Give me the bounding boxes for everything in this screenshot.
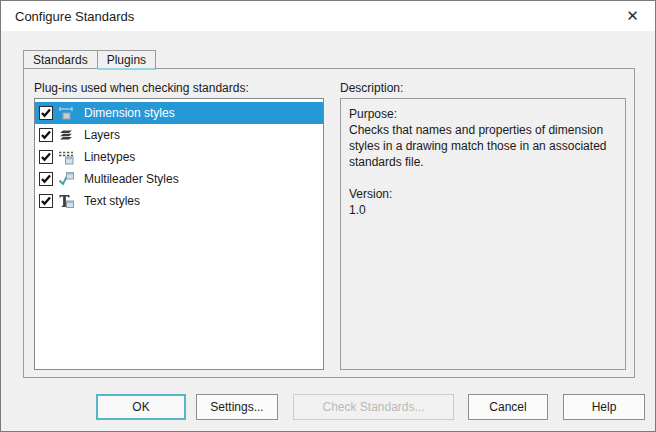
help-button[interactable]: Help (563, 394, 645, 420)
list-item-label: Text styles (84, 194, 140, 208)
layers-icon (58, 127, 74, 143)
version-value: 1.0 (349, 202, 617, 218)
version-label: Version: (349, 186, 617, 202)
list-item-label: Layers (84, 128, 120, 142)
dialog-title: Configure Standards (15, 9, 134, 24)
list-item-label: Dimension styles (84, 106, 175, 120)
titlebar: Configure Standards ✕ (1, 1, 655, 31)
plugin-list[interactable]: Dimension styles Layers (34, 98, 324, 370)
text-styles-checkbox[interactable] (39, 194, 53, 208)
dimension-styles-checkbox[interactable] (39, 106, 53, 120)
purpose-text: Checks that names and properties of dime… (349, 122, 617, 170)
multileader-styles-checkbox[interactable] (39, 172, 53, 186)
tab-strip: Standards Plugins (23, 50, 156, 70)
ok-button[interactable]: OK (96, 394, 186, 420)
linetypes-icon (58, 149, 74, 165)
list-item-dimension-styles[interactable]: Dimension styles (35, 102, 323, 124)
dimension-icon (58, 105, 74, 121)
plugins-tab-page: Plug-ins used when checking standards: D… (23, 68, 635, 378)
spacer (349, 170, 617, 186)
purpose-label: Purpose: (349, 106, 617, 122)
close-icon[interactable]: ✕ (610, 1, 655, 31)
tab-plugins[interactable]: Plugins (98, 50, 156, 70)
cancel-button[interactable]: Cancel (468, 394, 548, 420)
list-item-multileader-styles[interactable]: Multileader Styles (35, 168, 323, 190)
list-item-label: Linetypes (84, 150, 135, 164)
multileader-icon (58, 171, 74, 187)
tab-standards[interactable]: Standards (23, 50, 98, 69)
settings-button[interactable]: Settings... (196, 394, 278, 420)
description-label: Description: (340, 81, 403, 95)
list-item-label: Multileader Styles (84, 172, 179, 186)
text-styles-icon (58, 193, 74, 209)
check-standards-button: Check Standards... (293, 394, 454, 420)
configure-standards-dialog: Configure Standards ✕ Standards Plugins … (0, 0, 656, 432)
linetypes-checkbox[interactable] (39, 150, 53, 164)
description-box: Purpose: Checks that names and propertie… (340, 98, 626, 370)
list-item-linetypes[interactable]: Linetypes (35, 146, 323, 168)
list-item-text-styles[interactable]: Text styles (35, 190, 323, 212)
list-item-layers[interactable]: Layers (35, 124, 323, 146)
layers-checkbox[interactable] (39, 128, 53, 142)
plugins-list-label: Plug-ins used when checking standards: (34, 81, 249, 95)
